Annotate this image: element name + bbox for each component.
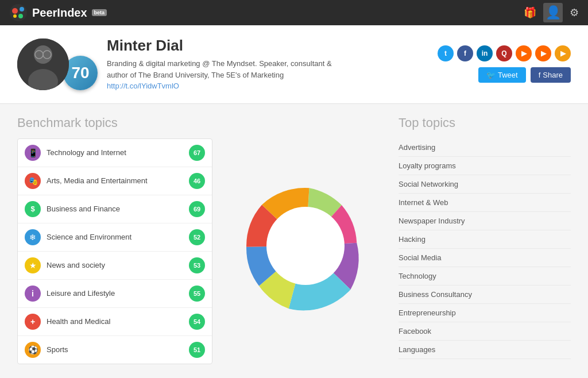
rss1-icon[interactable]: ▶ [516,45,532,61]
topic-item[interactable]: ★ News and society 53 [18,252,212,280]
benchmark-section: Benchmark topics 📱 Technology and Intern… [17,115,212,376]
top-topic-item[interactable]: Internet & Web [399,194,571,212]
topic-item[interactable]: i Leisure and Lifestyle 55 [18,280,212,308]
topic-icon-sci: ❄ [25,229,41,245]
tweet-button[interactable]: 🐦 Tweet [478,67,526,83]
top-topic-item[interactable]: Business Consultancy [399,286,571,304]
top-topic-item[interactable]: Languages [399,341,571,359]
profile-name: Minter Dial [107,37,332,55]
social-icons: t f in Q ▶ ▶ ▶ [438,45,571,61]
logo-text: PeerIndex [32,6,87,20]
topic-icon-tech: 📱 [25,145,41,161]
settings-button[interactable]: ⚙ [570,6,579,19]
topic-icon-health: + [25,314,41,330]
topic-name-sports: Sports [47,345,183,354]
twitter-bird: 🐦 [486,71,496,79]
top-topic-list: Advertising Loyalty programs Social Netw… [399,138,571,359]
logo[interactable]: PeerIndex beta [9,3,107,22]
profile-info: Minter Dial Branding & digital marketing… [107,37,332,92]
top-topic-item[interactable]: Advertising [399,138,571,157]
twitter-icon[interactable]: t [438,45,454,61]
main-content: Benchmark topics 📱 Technology and Intern… [0,104,588,379]
rss2-icon[interactable]: ▶ [535,45,551,61]
top-topics-section: Top topics Advertising Loyalty programs … [399,115,571,376]
profile-bio: Branding & digital marketing @ The Mynds… [107,58,332,92]
header-icons: 🎁 👤 ⚙ [524,3,579,22]
share-button[interactable]: f Share [531,67,571,83]
topic-icon-sports: ⚽ [25,342,41,358]
topic-score-sports: 51 [189,342,205,358]
topic-item[interactable]: + Health and Medical 54 [18,308,212,336]
topic-score-news: 53 [189,257,205,273]
profile-link[interactable]: http://t.co/lYidwTvmlO [107,82,179,90]
topic-name-sci: Science and Environment [47,233,183,241]
linkedin-icon[interactable]: in [477,45,493,61]
topic-icon-news: ★ [25,257,41,273]
topic-name-leisure: Leisure and Lifestyle [47,289,183,298]
topic-score-sci: 52 [189,229,205,245]
top-topic-item[interactable]: Newspaper Industry [399,212,571,230]
profile-photo [17,38,69,90]
topic-item[interactable]: 📱 Technology and Internet 67 [18,139,212,167]
topic-icon-biz: $ [25,201,41,217]
gift-button[interactable]: 🎁 [524,6,536,19]
benchmark-title: Benchmark topics [17,115,212,130]
header: PeerIndex beta 🎁 👤 ⚙ [0,0,588,25]
beta-badge: beta [92,9,107,16]
score-value: 70 [71,64,89,82]
svg-point-1 [12,8,18,14]
topic-item[interactable]: $ Business and Finance 69 [18,195,212,223]
top-topic-item[interactable]: Social Networking [399,175,571,194]
share-buttons: 🐦 Tweet f Share [478,67,571,83]
profile-left: 70 Minter Dial Branding & digital market… [17,37,332,92]
top-topic-item[interactable]: Entrepreneurship [399,304,571,322]
top-topic-item[interactable]: Hacking [399,230,571,249]
topic-name-arts: Arts, Media and Entertainment [47,176,183,185]
profile-actions: t f in Q ▶ ▶ ▶ 🐦 Tweet f Share [438,45,571,83]
topic-name-biz: Business and Finance [47,205,183,213]
topic-item[interactable]: ⚽ Sports 51 [18,336,212,364]
topic-name-news: News and society [47,261,183,269]
top-topic-item[interactable]: Facebook [399,322,571,341]
svg-point-2 [20,7,24,11]
svg-point-3 [18,14,23,18]
rss3-icon[interactable]: ▶ [555,45,571,61]
topic-score-biz: 69 [189,201,205,217]
svg-point-0 [10,4,27,21]
topic-icon-arts: 🎭 [25,173,41,189]
topic-score-health: 54 [189,314,205,330]
topic-name-tech: Technology and Internet [47,148,183,157]
quora-icon[interactable]: Q [496,45,512,61]
top-topics-title: Top topics [399,115,571,130]
topic-score-tech: 67 [189,145,205,161]
user-avatar[interactable]: 👤 [543,3,563,22]
svg-point-4 [13,14,17,18]
topic-item[interactable]: ❄ Science and Environment 52 [18,223,212,252]
donut-chart [231,171,380,321]
logo-icon [9,3,28,22]
topic-score-arts: 46 [189,173,205,189]
top-topic-item[interactable]: Technology [399,267,571,286]
topic-score-leisure: 55 [189,286,205,302]
topic-list: 📱 Technology and Internet 67 🎭 Arts, Med… [17,138,212,364]
fb-icon: f [539,71,541,79]
topic-icon-leisure: i [25,286,41,302]
topic-item[interactable]: 🎭 Arts, Media and Entertainment 46 [18,167,212,195]
top-topic-item[interactable]: Loyalty programs [399,157,571,175]
facebook-icon[interactable]: f [457,45,473,61]
profile-section: 70 Minter Dial Branding & digital market… [0,25,588,104]
topic-name-health: Health and Medical [47,317,183,326]
svg-point-11 [266,207,345,285]
chart-section [224,115,387,376]
top-topic-item[interactable]: Social Media [399,249,571,267]
